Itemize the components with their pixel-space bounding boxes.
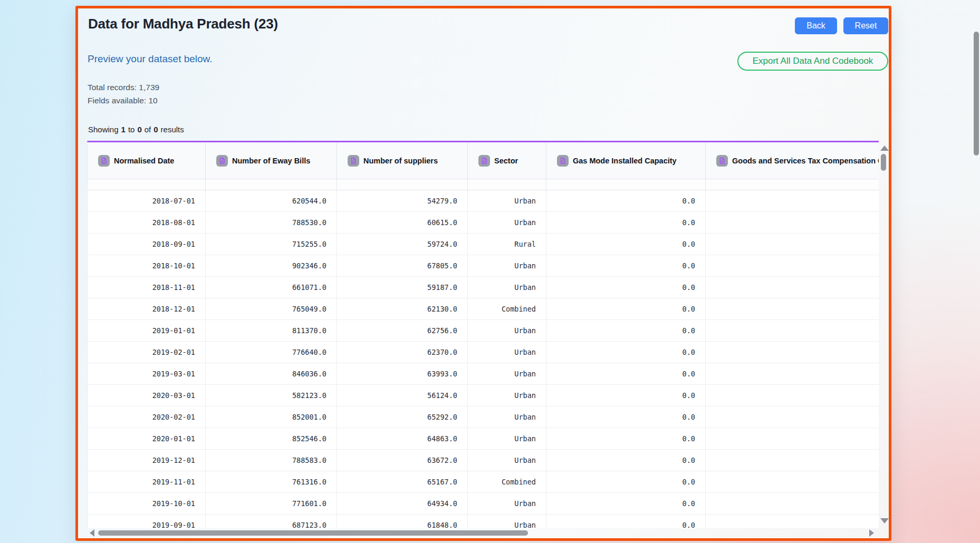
document-icon — [557, 155, 569, 167]
table-row: 2020-02-01852001.065292.0Urban0.0 — [88, 406, 879, 428]
table-cell: 776640.0 — [206, 342, 337, 363]
table-cell: 2018-10-01 — [88, 255, 206, 276]
table-cell: 62756.0 — [337, 320, 468, 341]
table-row: 2019-11-01761316.065167.0Combined0.0 — [88, 471, 879, 493]
export-all-data-button[interactable]: Export All Data And Codebook — [737, 52, 888, 71]
table-filter-row — [88, 179, 879, 190]
table-cell: 0.0 — [546, 428, 706, 449]
table-row: 2018-09-01715255.059724.0Rural0.0 — [88, 234, 879, 255]
table-cell: 761316.0 — [206, 471, 337, 492]
table-cell: 62370.0 — [337, 342, 468, 363]
table-cell: Urban — [468, 385, 546, 406]
vertical-scrollbar-thumb[interactable] — [881, 154, 886, 171]
table-cell: Urban — [468, 320, 546, 341]
data-preview-table: Normalised Date Number of Eway Bills Num… — [87, 141, 879, 528]
dataset-preview-panel: Data for Madhya Pradesh (23) Back Reset … — [75, 6, 891, 541]
to-word: to — [128, 125, 135, 134]
filter-cell — [206, 179, 337, 190]
total-records-label: Total records: 1,739 — [88, 83, 159, 92]
table-cell: 65167.0 — [337, 471, 468, 492]
document-icon — [98, 155, 110, 167]
table-cell: 788530.0 — [206, 212, 337, 233]
table-cell: Urban — [468, 190, 546, 211]
scroll-up-button[interactable] — [880, 146, 889, 151]
scroll-right-button[interactable] — [869, 529, 874, 537]
table-cell: 2018-08-01 — [88, 212, 206, 233]
table-cell: 0.0 — [546, 493, 706, 514]
table-cell: 59724.0 — [337, 234, 468, 255]
table-cell: 902346.0 — [206, 255, 337, 276]
table-cell: 715255.0 — [206, 234, 337, 255]
table-cell: 2019-12-01 — [88, 450, 206, 471]
table-cell: 846036.0 — [206, 363, 337, 384]
column-header[interactable]: Goods and Services Tax Compensation Cess — [706, 142, 879, 179]
document-icon — [348, 155, 359, 167]
table-row: 2018-07-01620544.054279.0Urban0.0 — [88, 190, 879, 212]
table-cell: Combined — [468, 471, 546, 492]
table-cell: 661071.0 — [206, 277, 337, 298]
page-scrollbar-thumb[interactable] — [974, 32, 979, 156]
column-header[interactable]: Number of suppliers — [337, 142, 468, 179]
table-cell: 2019-09-01 — [88, 515, 206, 528]
table-row: 2019-09-01687123.061848.0Urban0.0 — [88, 515, 879, 528]
table-cell: Urban — [468, 277, 546, 298]
table-cell: 0.0 — [546, 234, 706, 255]
table-cell: 687123.0 — [206, 515, 337, 528]
table-cell: 0.0 — [546, 342, 706, 363]
table-cell: 63672.0 — [337, 450, 468, 471]
document-icon — [478, 155, 490, 167]
reset-button[interactable]: Reset — [843, 17, 888, 34]
table-cell — [706, 450, 879, 471]
table-cell: 582123.0 — [206, 385, 337, 406]
table-body: 2018-07-01620544.054279.0Urban0.02018-08… — [88, 190, 879, 528]
table-cell: 2019-01-01 — [88, 320, 206, 341]
column-header[interactable]: Gas Mode Installed Capacity — [546, 142, 706, 179]
table-cell: 2019-11-01 — [88, 471, 206, 492]
scroll-left-button[interactable] — [90, 529, 94, 537]
results-word: results — [161, 125, 184, 134]
column-header[interactable]: Normalised Date — [88, 142, 206, 179]
table-cell: Urban — [468, 450, 546, 471]
table-cell: Urban — [468, 515, 546, 528]
table-cell — [706, 342, 879, 363]
back-button[interactable]: Back — [795, 17, 837, 34]
showing-from: 1 — [121, 125, 126, 134]
filter-cell — [337, 179, 468, 190]
table-header-row: Normalised Date Number of Eway Bills Num… — [88, 142, 879, 179]
table-cell: Urban — [468, 255, 546, 276]
table-cell: 2020-01-01 — [88, 428, 206, 449]
table-cell: 2018-09-01 — [88, 234, 206, 255]
table-cell — [706, 190, 879, 211]
filter-cell — [546, 179, 706, 190]
table-cell: 2018-07-01 — [88, 190, 206, 211]
table-cell: 2018-11-01 — [88, 277, 206, 298]
table-cell: 2020-02-01 — [88, 406, 206, 428]
scroll-down-button[interactable] — [880, 518, 889, 523]
column-header-label: Normalised Date — [114, 157, 174, 165]
table-cell: 2019-02-01 — [88, 342, 206, 363]
table-cell — [706, 320, 879, 341]
filter-cell — [706, 179, 879, 190]
table-cell: Urban — [468, 493, 546, 514]
table-cell: 54279.0 — [337, 190, 468, 211]
table-cell: 63993.0 — [337, 363, 468, 384]
showing-to: 0 — [137, 125, 141, 134]
table-cell: 811370.0 — [206, 320, 337, 341]
table-cell — [706, 255, 879, 276]
preview-subtitle: Preview your dataset below. — [88, 53, 213, 65]
table-cell: 0.0 — [546, 363, 706, 384]
table-cell: 0.0 — [546, 385, 706, 406]
column-header-label: Sector — [494, 157, 518, 165]
table-cell: 62130.0 — [337, 298, 468, 319]
table-cell: Urban — [468, 342, 546, 363]
table-cell: 60615.0 — [337, 212, 468, 233]
column-header[interactable]: Number of Eway Bills — [206, 142, 337, 179]
table-cell: 771601.0 — [206, 493, 337, 514]
column-header[interactable]: Sector — [468, 142, 546, 179]
horizontal-scrollbar-thumb[interactable] — [98, 530, 528, 536]
table-cell: 0.0 — [546, 277, 706, 298]
table-cell: 2019-03-01 — [88, 363, 206, 384]
fields-available-label: Fields available: 10 — [88, 96, 158, 105]
document-icon — [716, 155, 728, 167]
table-cell: 0.0 — [546, 190, 706, 211]
